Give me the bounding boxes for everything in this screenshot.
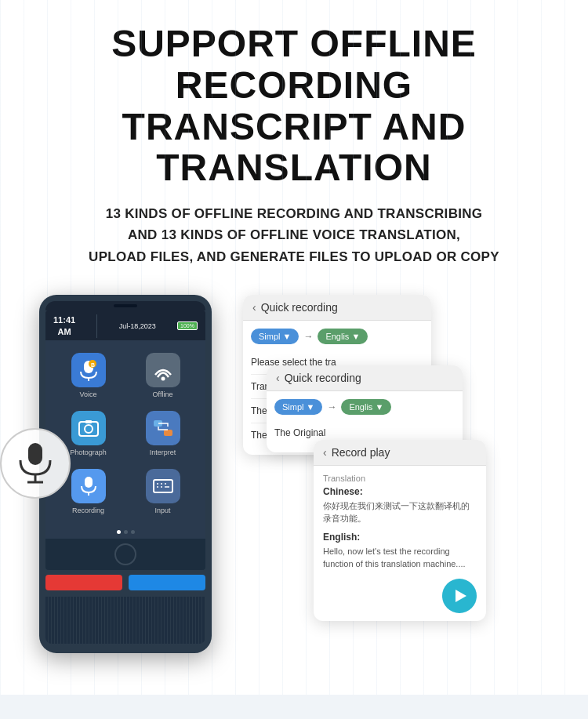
- app-offline[interactable]: Offline: [126, 347, 199, 403]
- play-button[interactable]: [442, 579, 477, 613]
- panel-record-play: ‹ Record play Translation Chinese: 你好现在我…: [314, 440, 486, 621]
- dot-1: [117, 530, 121, 534]
- recording-app-label: Recording: [72, 507, 104, 514]
- svg-rect-10: [85, 420, 92, 423]
- panel1-lang-to[interactable]: Englis ▼: [318, 329, 368, 344]
- panel3-translation-label: Translation: [323, 474, 477, 483]
- offline-app-icon: [146, 353, 180, 387]
- screen-header: 11:41 AM Jul-18,2023 100%: [45, 310, 205, 340]
- interpret-app-label: Interpret: [150, 448, 176, 456]
- svg-rect-13: [85, 477, 93, 488]
- input-app-icon: [146, 469, 180, 503]
- panel1-lang-row: Simpl ▼ → Englis ▼: [251, 329, 423, 344]
- app-input[interactable]: Input: [126, 463, 199, 519]
- panel3-english-label: English:: [323, 532, 477, 543]
- panel1-lang-arrow: →: [303, 331, 313, 342]
- input-app-label: Input: [154, 507, 170, 514]
- panel3-back-icon[interactable]: ‹: [323, 446, 327, 459]
- main-title: SUPPORT OFFLINE RECORDING TRANSCRIPT AND…: [24, 24, 564, 189]
- content-area: 11:41 AM Jul-18,2023 100% B Voice: [0, 279, 588, 695]
- svg-rect-12: [164, 430, 172, 436]
- svg-rect-8: [79, 422, 98, 436]
- screen-divider: [96, 314, 97, 338]
- photograph-app-label: Photograph: [70, 448, 107, 456]
- panel3-chinese-text: 你好现在我们来测试一下这款翻译机的录音功能。: [323, 499, 477, 525]
- screen-date: Jul-18,2023: [119, 322, 156, 330]
- home-button[interactable]: [114, 543, 136, 565]
- play-icon: [456, 590, 466, 602]
- dot-2: [124, 530, 128, 534]
- panel2-back-icon[interactable]: ‹: [276, 372, 280, 384]
- recording-app-icon: [71, 469, 106, 503]
- dot-3: [131, 530, 135, 534]
- panels-stack: ‹ Quick recording Simpl ▼ → Englis ▼: [243, 295, 564, 671]
- microphone-icon: [16, 441, 55, 485]
- blue-button[interactable]: [129, 575, 205, 590]
- panel3-english-text: Hello, now let's test the recording func…: [323, 545, 477, 571]
- panel2-lang-from[interactable]: Simpl ▼: [274, 399, 322, 415]
- panel2-title: Quick recording: [285, 372, 361, 384]
- panel2-lang-row: Simpl ▼ → Englis ▼: [274, 399, 455, 415]
- svg-rect-15: [154, 480, 172, 492]
- panel3-title: Record play: [332, 446, 390, 459]
- screen-dots: [45, 525, 205, 539]
- panel3-body: Translation Chinese: 你好现在我们来测试一下这款翻译机的录音…: [314, 466, 486, 621]
- device-buttons-row: [45, 575, 205, 590]
- panel1-header: ‹ Quick recording: [243, 295, 431, 321]
- voice-app-icon: B: [71, 353, 106, 387]
- subtitle: 13 KINDS OF OFFLINE RECORDING AND TRANSC…: [24, 203, 564, 267]
- header: SUPPORT OFFLINE RECORDING TRANSCRIPT AND…: [0, 0, 588, 279]
- app-interpret[interactable]: Interpret: [126, 405, 199, 461]
- mic-circle: [0, 428, 71, 499]
- svg-point-9: [85, 425, 93, 433]
- panel2-header: ‹ Quick recording: [267, 365, 463, 391]
- voice-app-label: Voice: [79, 390, 96, 398]
- app-voice[interactable]: B Voice: [52, 347, 125, 403]
- panel1-title: Quick recording: [261, 301, 338, 314]
- panel3-header: ‹ Record play: [314, 440, 486, 466]
- app-grid: B Voice Offline: [45, 340, 205, 525]
- screen[interactable]: 11:41 AM Jul-18,2023 100% B Voice: [45, 310, 205, 570]
- svg-point-7: [161, 376, 165, 380]
- svg-text:B: B: [91, 362, 95, 368]
- red-button[interactable]: [45, 575, 122, 590]
- photograph-app-icon: [71, 411, 106, 445]
- interpret-app-icon: [146, 411, 180, 445]
- device-speaker: [45, 597, 205, 644]
- battery-indicator: 100%: [177, 321, 198, 330]
- screen-time: 11:41 AM: [53, 314, 75, 337]
- device-wrapper: 11:41 AM Jul-18,2023 100% B Voice: [24, 295, 227, 653]
- svg-rect-0: [28, 443, 42, 465]
- panel2-lang-to[interactable]: Englis ▼: [341, 399, 391, 415]
- panel2-lang-arrow: →: [327, 401, 336, 412]
- page-wrapper: SUPPORT OFFLINE RECORDING TRANSCRIPT AND…: [0, 0, 588, 695]
- device-top: [45, 301, 205, 310]
- panel3-chinese-label: Chinese:: [323, 486, 477, 497]
- panel1-lang-from[interactable]: Simpl ▼: [251, 329, 299, 344]
- offline-app-label: Offline: [153, 390, 173, 398]
- panel1-back-icon[interactable]: ‹: [252, 301, 256, 314]
